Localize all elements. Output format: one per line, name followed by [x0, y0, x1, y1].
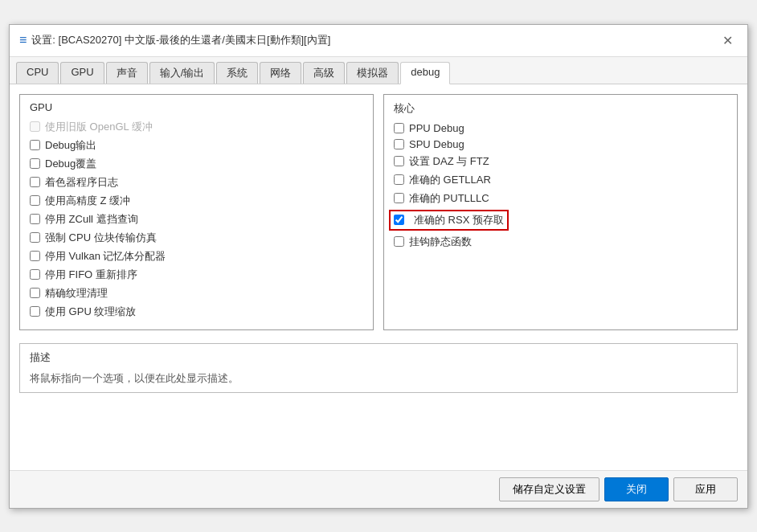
core-item-0: PPU Debug [394, 122, 727, 134]
gpu-item-10: 使用 GPU 纹理缩放 [30, 305, 363, 319]
core-checkbox-2[interactable] [394, 156, 404, 166]
core-checkbox-5[interactable] [394, 215, 404, 225]
core-item-5: 准确的 RSX 预存取 [389, 210, 509, 231]
tab-io[interactable]: 输入/输出 [149, 62, 215, 84]
gpu-item-1: Debug输出 [30, 138, 363, 153]
core-item-2: 设置 DAZ 与 FTZ [394, 154, 727, 169]
main-window: ≡ 设置: [BCAS20270] 中文版-最後的生還者/美國末日[動作類][內… [9, 24, 748, 509]
close-icon[interactable]: ✕ [718, 31, 738, 50]
tab-gpu[interactable]: GPU [60, 62, 104, 84]
gpu-item-4: 使用高精度 Z 缓冲 [30, 194, 363, 208]
core-item-1: SPU Debug [394, 138, 727, 150]
gpu-label-8: 停用 FIFO 重新排序 [45, 268, 137, 282]
gpu-label-9: 精确纹理清理 [45, 286, 108, 301]
titlebar-left: ≡ 设置: [BCAS20270] 中文版-最後的生還者/美國末日[動作類][內… [19, 33, 330, 47]
app-icon: ≡ [19, 33, 27, 47]
tab-advanced[interactable]: 高级 [303, 62, 345, 84]
gpu-label-5: 停用 ZCull 遮挡查询 [45, 212, 138, 227]
gpu-item-7: 停用 Vulkan 记忆体分配器 [30, 249, 363, 264]
core-checkbox-0[interactable] [394, 123, 404, 133]
gpu-item-8: 停用 FIFO 重新排序 [30, 268, 363, 282]
gpu-label-1: Debug输出 [45, 138, 96, 153]
tab-system[interactable]: 系统 [216, 62, 258, 84]
description-text: 将鼠标指向一个选项，以便在此处显示描述。 [30, 371, 727, 386]
core-checkbox-6[interactable] [394, 236, 404, 247]
description-section: 描述 将鼠标指向一个选项，以便在此处显示描述。 [19, 343, 738, 393]
gpu-item-3: 着色器程序日志 [30, 175, 363, 190]
gpu-panel: GPU 使用旧版 OpenGL 缓冲 Debug输出 Debug覆盖 着色器程序… [19, 94, 374, 330]
core-panel-title: 核心 [394, 101, 727, 116]
description-title: 描述 [30, 350, 727, 365]
core-label-5: 准确的 RSX 预存取 [414, 213, 504, 227]
gpu-label-6: 强制 CPU 位块传输仿真 [45, 231, 157, 245]
gpu-checkbox-7[interactable] [30, 251, 40, 261]
core-item-4: 准确的 PUTLLLC [394, 191, 727, 206]
core-label-0: PPU Debug [409, 122, 464, 134]
gpu-label-7: 停用 Vulkan 记忆体分配器 [45, 249, 166, 264]
gpu-checkbox-0[interactable] [30, 121, 40, 132]
gpu-panel-title: GPU [30, 101, 363, 113]
tab-bar: CPU GPU 声音 输入/输出 系统 网络 高级 模拟器 debug [10, 57, 747, 84]
tab-cpu[interactable]: CPU [16, 62, 59, 84]
core-label-6: 挂钩静态函数 [409, 235, 472, 249]
titlebar: ≡ 设置: [BCAS20270] 中文版-最後的生還者/美國末日[動作類][內… [10, 25, 747, 57]
core-checkbox-1[interactable] [394, 139, 404, 149]
close-button[interactable]: 关闭 [604, 477, 669, 501]
tab-emulator[interactable]: 模拟器 [346, 62, 399, 84]
core-checkbox-3[interactable] [394, 174, 404, 185]
gpu-label-3: 着色器程序日志 [45, 175, 118, 190]
core-panel: 核心 PPU Debug SPU Debug 设置 DAZ 与 FTZ 准确的 … [383, 94, 738, 330]
gpu-checkbox-9[interactable] [30, 288, 40, 298]
gpu-checkbox-8[interactable] [30, 269, 40, 280]
save-custom-button[interactable]: 储存自定义设置 [499, 477, 599, 501]
core-label-2: 设置 DAZ 与 FTZ [409, 154, 489, 169]
core-checkbox-4[interactable] [394, 193, 404, 203]
core-item-3: 准确的 GETLLAR [394, 173, 727, 187]
content-area: GPU 使用旧版 OpenGL 缓冲 Debug输出 Debug覆盖 着色器程序… [10, 84, 747, 470]
tab-sound[interactable]: 声音 [106, 62, 148, 84]
core-item-6: 挂钩静态函数 [394, 235, 727, 249]
gpu-checkbox-2[interactable] [30, 158, 40, 169]
gpu-item-2: Debug覆盖 [30, 157, 363, 171]
gpu-item-5: 停用 ZCull 遮挡查询 [30, 212, 363, 227]
tab-debug[interactable]: debug [400, 62, 450, 84]
core-label-3: 准确的 GETLLAR [409, 173, 491, 187]
gpu-checkbox-1[interactable] [30, 140, 40, 150]
gpu-label-0: 使用旧版 OpenGL 缓冲 [45, 120, 153, 134]
footer: 储存自定义设置 关闭 应用 [10, 470, 747, 508]
gpu-item-0: 使用旧版 OpenGL 缓冲 [30, 120, 363, 134]
gpu-item-9: 精确纹理清理 [30, 286, 363, 301]
tab-network[interactable]: 网络 [260, 62, 301, 84]
gpu-checkbox-10[interactable] [30, 306, 40, 317]
gpu-checkbox-3[interactable] [30, 177, 40, 187]
gpu-checkbox-4[interactable] [30, 195, 40, 206]
gpu-checkbox-6[interactable] [30, 232, 40, 243]
gpu-label-10: 使用 GPU 纹理缩放 [45, 305, 136, 319]
apply-button[interactable]: 应用 [673, 477, 738, 501]
gpu-label-2: Debug覆盖 [45, 157, 96, 171]
gpu-item-6: 强制 CPU 位块传输仿真 [30, 231, 363, 245]
window-title: 设置: [BCAS20270] 中文版-最後的生還者/美國末日[動作類][內置] [31, 33, 330, 47]
panels-row: GPU 使用旧版 OpenGL 缓冲 Debug输出 Debug覆盖 着色器程序… [19, 94, 738, 330]
core-label-4: 准确的 PUTLLLC [409, 191, 489, 206]
gpu-checkbox-5[interactable] [30, 214, 40, 224]
gpu-label-4: 使用高精度 Z 缓冲 [45, 194, 130, 208]
core-label-1: SPU Debug [409, 138, 464, 150]
